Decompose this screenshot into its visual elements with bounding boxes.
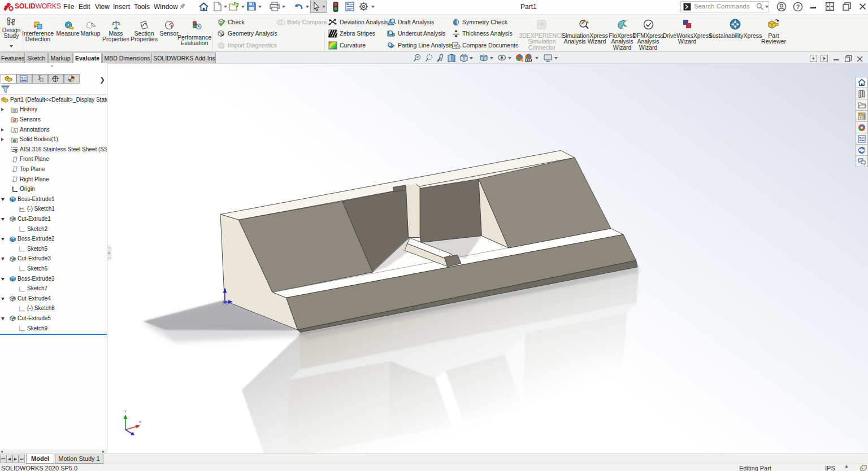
svg-text:x: x bbox=[139, 419, 141, 424]
svg-text:?: ? bbox=[457, 44, 459, 49]
svg-text:A: A bbox=[13, 128, 16, 133]
svg-text:?: ? bbox=[796, 3, 800, 10]
svg-text:Y: Y bbox=[124, 409, 127, 414]
